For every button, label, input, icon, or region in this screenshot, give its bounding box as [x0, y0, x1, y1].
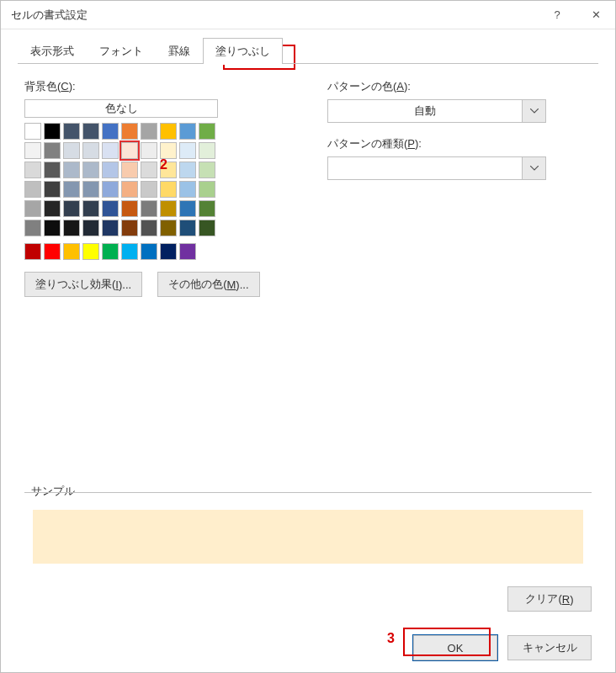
swatch-row [24, 162, 277, 178]
pattern-style-accel: P [407, 137, 415, 150]
clear-post: ) [570, 593, 573, 606]
color-swatch[interactable] [199, 181, 215, 198]
tab-baseline [18, 63, 598, 64]
color-swatch[interactable] [24, 162, 41, 178]
color-swatch[interactable] [44, 220, 61, 236]
color-swatch[interactable] [24, 243, 41, 260]
color-swatch[interactable] [44, 123, 61, 140]
color-swatch[interactable] [141, 162, 157, 178]
color-swatch[interactable] [121, 243, 138, 260]
color-swatch[interactable] [160, 162, 177, 178]
color-swatch[interactable] [24, 200, 41, 217]
clear-button[interactable]: クリア(R) [507, 586, 592, 612]
color-swatch[interactable] [24, 220, 41, 236]
color-swatch[interactable] [160, 142, 177, 159]
color-swatch[interactable] [44, 142, 61, 159]
color-swatch[interactable] [82, 220, 99, 236]
color-swatch[interactable] [82, 162, 99, 178]
color-swatch[interactable] [199, 200, 215, 217]
tab-border[interactable]: 罫線 [156, 38, 203, 64]
color-swatch[interactable] [160, 220, 177, 236]
color-swatch[interactable] [44, 200, 61, 217]
color-swatch[interactable] [160, 243, 177, 260]
pattern-color-label-pre: パターンの色( [327, 80, 396, 93]
cancel-button[interactable]: キャンセル [507, 635, 592, 660]
color-swatch[interactable] [179, 142, 196, 159]
swatch-row [24, 200, 277, 217]
bgcolor-accel: C [61, 80, 68, 93]
fill-effects-button[interactable]: 塗りつぶし効果(I)... [24, 272, 142, 297]
color-swatch[interactable] [24, 123, 41, 140]
help-button[interactable]: ? [538, 1, 576, 29]
color-swatch[interactable] [44, 162, 61, 178]
color-swatch[interactable] [199, 162, 215, 178]
window-title: セルの書式設定 [11, 8, 538, 23]
color-swatch[interactable] [63, 142, 80, 159]
color-swatch[interactable] [121, 200, 138, 217]
color-swatch[interactable] [63, 220, 80, 236]
pattern-style-label: パターンの種類(P): [327, 136, 592, 151]
chevron-down-icon [522, 157, 545, 179]
color-swatch[interactable] [179, 181, 196, 198]
fill-effects-post: )... [119, 278, 131, 291]
color-swatch[interactable] [179, 123, 196, 140]
color-swatch[interactable] [63, 200, 80, 217]
color-swatch[interactable] [44, 181, 61, 198]
color-swatch[interactable] [179, 200, 196, 217]
more-colors-button[interactable]: その他の色(M)... [157, 272, 259, 297]
color-swatch[interactable] [141, 181, 157, 198]
color-swatch[interactable] [141, 243, 157, 260]
color-swatch[interactable] [121, 220, 138, 236]
color-swatch[interactable] [179, 220, 196, 236]
color-swatch[interactable] [121, 123, 138, 140]
clear-pre: クリア( [525, 591, 561, 607]
color-swatch[interactable] [63, 162, 80, 178]
pattern-color-select[interactable]: 自動 [327, 99, 546, 123]
pattern-style-label-pre: パターンの種類( [327, 137, 407, 150]
color-swatch[interactable] [141, 220, 157, 236]
pattern-style-select[interactable] [327, 156, 546, 180]
color-swatch[interactable] [82, 123, 99, 140]
color-swatch[interactable] [102, 220, 119, 236]
color-swatch[interactable] [63, 181, 80, 198]
sample-preview [33, 510, 583, 564]
close-button[interactable]: ✕ [576, 1, 615, 29]
color-swatch[interactable] [121, 142, 138, 159]
color-swatch[interactable] [179, 243, 196, 260]
swatch-row [24, 123, 277, 140]
color-swatch[interactable] [63, 123, 80, 140]
tab-fill[interactable]: 塗りつぶし [203, 38, 283, 64]
color-swatch[interactable] [63, 243, 80, 260]
more-colors-accel: M [226, 278, 236, 291]
color-swatch[interactable] [102, 181, 119, 198]
color-swatch[interactable] [160, 200, 177, 217]
color-swatch[interactable] [141, 142, 157, 159]
color-swatch[interactable] [199, 142, 215, 159]
tab-font[interactable]: フォント [87, 38, 156, 64]
color-swatch[interactable] [24, 181, 41, 198]
color-swatch[interactable] [82, 142, 99, 159]
color-swatch[interactable] [121, 181, 138, 198]
no-color-button[interactable]: 色なし [24, 99, 218, 118]
color-swatch[interactable] [160, 123, 177, 140]
color-swatch[interactable] [102, 162, 119, 178]
color-swatch[interactable] [82, 243, 99, 260]
color-swatch[interactable] [141, 123, 157, 140]
tab-row: 表示形式 フォント 罫線 塗りつぶし [1, 29, 615, 64]
color-swatch[interactable] [82, 200, 99, 217]
color-swatch[interactable] [24, 142, 41, 159]
ok-button[interactable]: OK [413, 635, 497, 660]
color-swatch[interactable] [82, 181, 99, 198]
color-swatch[interactable] [44, 243, 61, 260]
color-swatch[interactable] [141, 200, 157, 217]
color-swatch[interactable] [102, 243, 119, 260]
color-swatch[interactable] [179, 162, 196, 178]
color-swatch[interactable] [102, 142, 119, 159]
color-swatch[interactable] [199, 123, 215, 140]
color-swatch[interactable] [199, 220, 215, 236]
color-swatch[interactable] [121, 162, 138, 178]
color-swatch[interactable] [102, 123, 119, 140]
color-swatch[interactable] [102, 200, 119, 217]
color-swatch[interactable] [160, 181, 177, 198]
tab-display-format[interactable]: 表示形式 [18, 38, 87, 64]
